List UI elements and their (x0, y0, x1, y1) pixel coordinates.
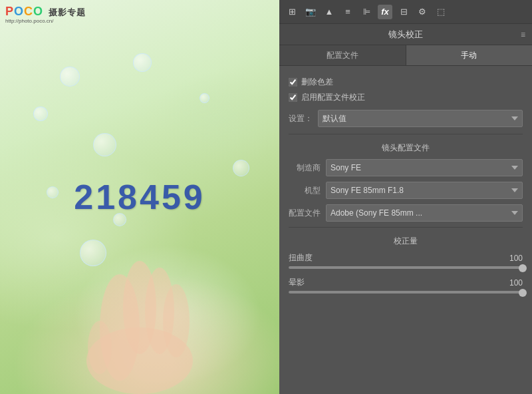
bubble (60, 67, 80, 87)
fx-icon[interactable]: fx (378, 5, 392, 19)
divider-2 (289, 227, 523, 228)
model-row: 机型 Sony FE 85mm F1.8 Sony FE 50mm F1.8 (289, 182, 523, 199)
settings-label: 设置： (289, 113, 313, 124)
toolbar: ⊞ 📷 ▲ ≡ ⊫ fx ⊟ ⚙ ⬚ (279, 0, 532, 24)
profile-file-label: 配置文件 (289, 208, 321, 219)
navigator-icon[interactable]: 📷 (303, 5, 318, 19)
distortion-thumb[interactable] (519, 264, 527, 272)
export-icon[interactable]: ⬚ (434, 5, 448, 19)
hand-area (0, 118, 279, 394)
panel-title: 镜头校正 (388, 29, 423, 41)
svg-point-5 (88, 321, 112, 374)
distortion-label: 扭曲度 (289, 252, 313, 264)
enable-profile-checkbox[interactable] (289, 93, 297, 102)
vignette-value: 100 (503, 278, 523, 288)
remove-ca-row: 删除色差 (289, 77, 523, 88)
photo-panel: POCO 摄影专题 http://photo.poco.cn/ 218459 (0, 0, 279, 394)
lens-profile-heading: 镜头配置文件 (289, 142, 523, 154)
tab-profile[interactable]: 配置文件 (279, 45, 406, 65)
tab-manual[interactable]: 手动 (406, 45, 533, 65)
vignette-track (289, 291, 523, 294)
bubble (200, 93, 209, 103)
manufacturer-row: 制造商 Sony FE Canon Nikon (289, 159, 523, 176)
vignette-fill (289, 291, 523, 294)
vignette-thumb[interactable] (519, 289, 527, 297)
list-icon[interactable]: ≡ (340, 5, 355, 19)
mountain-icon[interactable]: ▲ (322, 5, 336, 19)
poco-watermark: POCO 摄影专题 http://photo.poco.cn/ (5, 5, 86, 25)
divider-1 (289, 134, 523, 134)
vignette-label: 晕影 (289, 277, 305, 288)
panel-menu-icon[interactable]: ≡ (521, 30, 525, 39)
panel-content: 删除色差 启用配置文件校正 设置： 默认值 自定义 镜头配置文件 制造商 Son… (279, 66, 532, 394)
histogram-icon[interactable]: ⊞ (285, 5, 299, 19)
poco-url: http://photo.poco.cn/ (5, 19, 86, 25)
watermark-number: 218459 (74, 177, 205, 217)
distortion-slider-row: 扭曲度 100 (289, 252, 523, 269)
panel-header: 镜头校正 ≡ (279, 24, 532, 45)
model-select[interactable]: Sony FE 85mm F1.8 Sony FE 50mm F1.8 (326, 182, 523, 199)
vignette-slider-row: 晕影 100 (289, 277, 523, 294)
right-panel: ⊞ 📷 ▲ ≡ ⊫ fx ⊟ ⚙ ⬚ 镜头校正 ≡ 配置文件 手动 删除色差 启… (279, 0, 532, 394)
settings-select[interactable]: 默认值 自定义 (318, 110, 523, 127)
enable-profile-row: 启用配置文件校正 (289, 92, 523, 103)
distortion-fill (289, 266, 523, 269)
bubble (133, 53, 152, 72)
manufacturer-select[interactable]: Sony FE Canon Nikon (326, 159, 523, 176)
poco-logo-text: POCO 摄影专题 (5, 5, 86, 19)
grid2-icon[interactable]: ⊟ (396, 5, 411, 19)
profile-file-row: 配置文件 Adobe (Sony FE 85mm ... Custom (289, 204, 523, 222)
model-label: 机型 (289, 185, 321, 196)
distortion-track (289, 266, 523, 269)
correction-section: 校正量 扭曲度 100 晕影 100 (289, 236, 523, 294)
remove-ca-checkbox[interactable] (289, 78, 297, 87)
waveform-icon[interactable]: ⊫ (359, 5, 374, 19)
settings-row: 设置： 默认值 自定义 (289, 110, 523, 127)
profile-file-select[interactable]: Adobe (Sony FE 85mm ... Custom (326, 204, 523, 222)
tab-bar: 配置文件 手动 (279, 45, 532, 66)
enable-profile-label: 启用配置文件校正 (301, 92, 365, 103)
remove-ca-label: 删除色差 (301, 77, 333, 88)
svg-point-4 (163, 284, 190, 357)
correction-heading: 校正量 (289, 236, 523, 247)
settings-icon[interactable]: ⚙ (415, 5, 430, 19)
manufacturer-label: 制造商 (289, 162, 321, 174)
distortion-value: 100 (503, 254, 523, 263)
